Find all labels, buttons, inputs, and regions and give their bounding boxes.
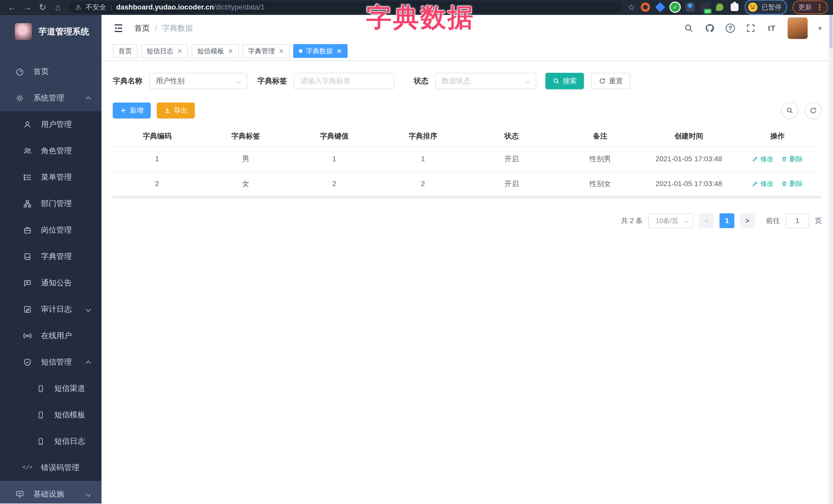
refresh-icon	[809, 106, 817, 114]
sidebar-item-dict-mgmt[interactable]: 字典管理	[0, 243, 101, 270]
search-button[interactable]: 搜索	[545, 73, 584, 89]
col-header: 字典键值	[290, 126, 379, 147]
col-header: 创建时间	[645, 126, 733, 147]
browser-extension-icon[interactable]	[685, 3, 695, 12]
delete-link[interactable]: 删除	[781, 179, 803, 188]
col-header: 备注	[556, 126, 645, 147]
reset-button[interactable]: 重置	[591, 73, 630, 89]
browser-back-icon[interactable]: ←	[5, 1, 19, 14]
user-icon	[23, 120, 32, 129]
hamburger-icon[interactable]	[113, 23, 124, 34]
tab-home[interactable]: 首页	[113, 44, 137, 58]
sidebar-item-post-mgmt[interactable]: 岗位管理	[0, 217, 101, 243]
close-icon[interactable]	[278, 48, 284, 54]
sidebar-item-infrastructure[interactable]: 基础设施	[0, 481, 101, 503]
add-button[interactable]: 新增	[113, 102, 151, 118]
sidebar-item-dept-mgmt[interactable]: 部门管理	[0, 190, 101, 217]
browser-extension-icon[interactable]	[641, 3, 650, 12]
close-icon[interactable]	[228, 48, 233, 54]
sidebar-item-sms-template[interactable]: 短信模板	[0, 402, 101, 428]
close-icon[interactable]	[336, 48, 342, 54]
dictionary-book-icon	[23, 252, 32, 262]
col-header: 字典编码	[113, 126, 201, 147]
browser-extension-icon[interactable]	[716, 4, 723, 11]
sidebar-item-notice[interactable]: 通知公告	[0, 270, 101, 296]
col-header: 字典排序	[379, 126, 467, 147]
update-label: 更新	[799, 3, 812, 12]
sidebar-item-audit-log[interactable]: 审计日志	[0, 296, 101, 322]
table-row[interactable]: 1 男 1 1 开启 性别男 2021-01-05 17:03:48 修改	[113, 147, 822, 171]
sidebar-item-role-mgmt[interactable]: 角色管理	[0, 138, 101, 164]
next-page-button[interactable]: >	[740, 213, 755, 228]
search-icon	[786, 106, 793, 114]
browser-profile-button[interactable]: 已暂停	[745, 0, 787, 15]
sidebar-item-system[interactable]: 系统管理	[0, 85, 101, 111]
fullscreen-icon[interactable]	[745, 23, 756, 33]
browser-reload-icon[interactable]: ↻	[36, 1, 49, 14]
search-button-label: 搜索	[563, 76, 577, 86]
sidebar-item-menu-mgmt[interactable]: 菜单管理	[0, 164, 101, 190]
cell-code: 2	[113, 171, 201, 196]
phone-icon	[36, 437, 46, 446]
sidebar-item-error-code[interactable]: </> 错误码管理	[0, 455, 101, 481]
page-scrollbar[interactable]	[829, 15, 833, 504]
toggle-search-button[interactable]	[781, 102, 798, 119]
org-tree-icon	[23, 199, 32, 209]
sidebar-item-sms-mgmt[interactable]: 短信管理	[0, 349, 101, 375]
breadcrumb-home[interactable]: 首页	[134, 23, 150, 33]
avatar-caret-icon[interactable]: ▾	[818, 24, 822, 32]
tab-sms-template[interactable]: 短信模板	[192, 44, 239, 58]
goto-page-input[interactable]	[786, 213, 809, 228]
sidebar-item-label: 短信渠道	[54, 383, 90, 394]
sidebar-item-online-users[interactable]: 在线用户	[0, 322, 101, 349]
browser-extension-icon[interactable]: on	[700, 3, 710, 12]
user-avatar[interactable]	[788, 18, 808, 39]
url-separator: |	[110, 3, 112, 11]
scrollbar-thumb[interactable]	[829, 15, 832, 48]
sidebar-logo[interactable]: 芋道管理系统	[0, 15, 101, 48]
github-icon[interactable]	[705, 23, 715, 33]
sidebar-item-user-mgmt[interactable]: 用户管理	[0, 111, 101, 138]
sidebar-item-sms-channel[interactable]: 短信渠道	[0, 375, 101, 402]
page-size-value: 10条/页	[653, 216, 681, 225]
active-dot-icon	[299, 49, 303, 53]
refresh-table-button[interactable]	[805, 102, 822, 119]
tab-dict-mgmt[interactable]: 字典管理	[242, 44, 290, 58]
page-size-select[interactable]: 10条/页	[648, 213, 693, 228]
help-icon[interactable]: ?	[725, 24, 735, 33]
browser-update-button[interactable]: 更新 ⋮	[792, 1, 828, 14]
extensions-puzzle-icon[interactable]	[731, 3, 739, 11]
browser-home-icon[interactable]: ⌂	[51, 1, 65, 14]
dict-name-select[interactable]: 用户性别	[149, 73, 247, 89]
edit-link[interactable]: 修改	[752, 154, 774, 164]
sidebar-item-home[interactable]: 首页	[0, 58, 101, 85]
address-bar[interactable]: ⚠ 不安全 | dashboard.yudao.iocoder.cn/dict/…	[69, 1, 622, 13]
sidebar-item-label: 字典管理	[41, 251, 90, 262]
browser-extension-icon[interactable]	[655, 2, 665, 12]
dict-label-field[interactable]	[294, 73, 394, 89]
goto-suffix: 页	[815, 216, 822, 225]
delete-link[interactable]: 删除	[781, 154, 803, 164]
sidebar-item-label: 审计日志	[41, 304, 78, 315]
font-size-icon[interactable]: tT	[767, 23, 777, 33]
tab-dict-data[interactable]: 字典数据	[293, 44, 348, 58]
row-actions: 修改 删除	[733, 179, 822, 188]
browser-forward-icon[interactable]: →	[21, 1, 34, 14]
prev-page-button[interactable]: <	[699, 213, 714, 228]
sidebar-item-sms-log[interactable]: 短信日志	[0, 428, 101, 455]
dict-label-input[interactable]	[301, 77, 387, 85]
page-1-button[interactable]: 1	[719, 213, 734, 228]
tab-sms-log[interactable]: 短信日志	[141, 44, 188, 58]
cell-status: 开启	[467, 147, 556, 171]
table-row[interactable]: 2 女 2 2 开启 性别女 2021-01-05 17:03:48 修改	[113, 171, 822, 196]
edit-label: 修改	[760, 179, 774, 188]
bookmark-star-icon[interactable]: ☆	[628, 2, 635, 12]
export-button[interactable]: 导出	[157, 102, 195, 118]
browser-menu-icon[interactable]: ⋮	[816, 3, 824, 12]
close-icon[interactable]	[177, 48, 183, 54]
browser-extension-icon[interactable]: ✓	[670, 3, 680, 12]
search-icon[interactable]	[684, 23, 694, 33]
status-select[interactable]: 数据状态	[435, 73, 536, 89]
edit-link[interactable]: 修改	[752, 179, 774, 188]
tab-label: 字典数据	[306, 47, 333, 56]
